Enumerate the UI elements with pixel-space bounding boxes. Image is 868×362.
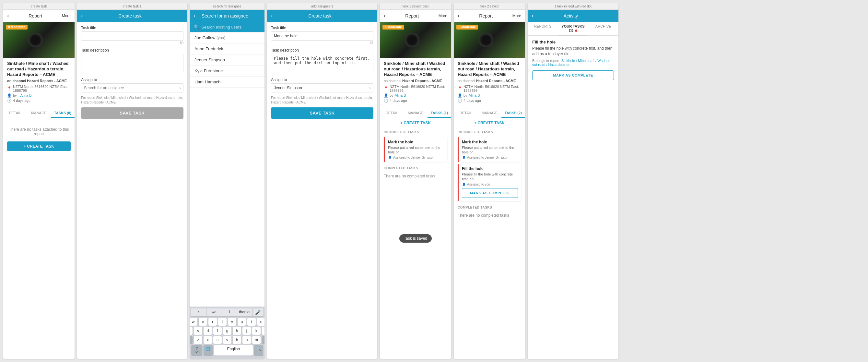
key-shift[interactable]: ⇧ (190, 336, 192, 344)
task-title-input-2[interactable] (81, 31, 183, 40)
user-item-anne[interactable]: Anne Frederick (190, 44, 265, 55)
task-content-5: + CREATE TASK INCOMPLETE TASKS Mark the … (380, 118, 451, 359)
user-item-liam[interactable]: Liam Hamachi (190, 77, 265, 88)
report-image-1: 8 Moderate (3, 22, 74, 58)
search-field-3[interactable] (201, 25, 260, 29)
tab-detail-1[interactable]: DETAIL (3, 109, 27, 118)
suggest-thanks[interactable]: thanks (237, 308, 252, 316)
key-r[interactable]: r (209, 318, 217, 326)
more-btn-6[interactable]: More (513, 13, 521, 18)
activity-task-card-7: Fill the hole Please fill the hole with … (528, 36, 618, 84)
key-y[interactable]: y (228, 318, 236, 326)
activity-tab-archive[interactable]: ARCHIVE (588, 22, 618, 35)
create-task-link-6[interactable]: + CREATE TASK (454, 118, 525, 128)
key-space[interactable]: English (214, 345, 253, 356)
tab-tasks-6[interactable]: TASKS (2) (501, 109, 525, 118)
key-numbers[interactable]: ?123 (191, 345, 202, 356)
more-btn-1[interactable]: More (62, 13, 71, 18)
tab-tasks-1[interactable]: TASKS (0) (51, 109, 74, 118)
suggest-we[interactable]: we (207, 308, 222, 316)
save-task-btn-4[interactable]: SAVE TASK (271, 107, 373, 119)
author-link-5[interactable]: Alina B (395, 93, 406, 97)
mic-icon[interactable]: 🎤 (252, 308, 263, 316)
header-title-7: Activity (533, 13, 608, 19)
assign-label-4: Assign to (271, 78, 373, 82)
activity-tabs-7: REPORTS YOUR TASKS (1) ARCHIVE (528, 22, 618, 36)
key-k[interactable]: k (252, 327, 260, 335)
keyboard-3: › we I thanks 🎤 q w e r t y u i o p a s … (190, 307, 265, 359)
key-e[interactable]: e (199, 318, 207, 326)
key-search[interactable]: 🔍 (254, 345, 263, 356)
key-l[interactable]: l (262, 327, 265, 335)
tab-tasks-5[interactable]: TASKS (1) (428, 109, 451, 118)
location-icon-1: 📍 (7, 86, 12, 90)
create-task-btn-1[interactable]: + CREATE TASK (7, 141, 71, 151)
author-link-1[interactable]: Alina B (21, 93, 32, 97)
panel-label-2: create task 1 (77, 3, 187, 10)
suggest-i[interactable]: I (222, 308, 237, 316)
mark-complete-btn-7[interactable]: MARK AS COMPLETE (532, 71, 614, 80)
key-a[interactable]: a (190, 327, 192, 335)
key-i[interactable]: i (247, 318, 256, 326)
key-m[interactable]: m (252, 336, 260, 344)
assignee-arrow-2: › (179, 85, 181, 90)
key-t[interactable]: t (218, 318, 226, 326)
report-channel-5: on channel Hazard Reports - ACME (384, 79, 447, 83)
key-j[interactable]: j (243, 327, 251, 335)
key-f[interactable]: f (213, 327, 222, 335)
mark-complete-btn-6[interactable]: MARK AS COMPLETE (462, 188, 518, 198)
more-btn-5[interactable]: More (438, 13, 447, 18)
key-globe[interactable]: 🌐 (204, 345, 213, 356)
key-h[interactable]: h (233, 327, 241, 335)
tab-manage-6[interactable]: MANAGE (477, 109, 501, 118)
key-z[interactable]: z (194, 336, 202, 344)
form-area-2: Task title 80 Task description Assign to… (77, 22, 187, 359)
assignee-wrapper-2: › (81, 83, 183, 92)
tabs-6: DETAIL MANAGE TASKS (2) (454, 109, 525, 118)
panel-activity-feed: 1 task in feed with red dot ‹ Activity R… (528, 3, 618, 359)
activity-tab-your-tasks[interactable]: YOUR TASKS (1) (558, 22, 588, 35)
key-c[interactable]: c (213, 336, 222, 344)
key-v[interactable]: v (223, 336, 231, 344)
user-item-jenner[interactable]: Jenner Simpson (190, 55, 265, 65)
panel-header-5: ‹ Report More (380, 10, 451, 22)
tab-detail-6[interactable]: DETAIL (454, 109, 477, 118)
tab-manage-1[interactable]: MANAGE (27, 109, 51, 118)
task-desc-input-4[interactable]: Please fill the hole with concrete first… (271, 54, 373, 73)
form-footer-2: For report Sinkhole / Mine shaft / Washe… (81, 96, 183, 105)
key-o[interactable]: o (257, 318, 265, 326)
create-task-link-5[interactable]: + CREATE TASK (380, 118, 451, 128)
task-desc-6-1: Please fill the hole with concrete first… (462, 172, 518, 181)
assignee-input-4[interactable] (271, 83, 373, 92)
panel-label-6: task 2 saved (454, 3, 525, 10)
assignee-input-2[interactable] (81, 83, 183, 92)
char-count-4: 67 (271, 41, 373, 45)
suggest-chevron[interactable]: › (191, 308, 207, 316)
key-s[interactable]: s (194, 327, 202, 335)
header-title-5: Report (386, 13, 438, 19)
author-link-6[interactable]: Alina B (469, 93, 480, 97)
task-title-input-4[interactable] (271, 31, 373, 40)
key-x[interactable]: x (204, 336, 212, 344)
panel-header-2: ‹ Create task (77, 10, 187, 22)
key-w[interactable]: w (190, 318, 197, 326)
key-backspace[interactable]: ⌫ (262, 336, 265, 344)
tab-detail-5[interactable]: DETAIL (380, 109, 404, 118)
key-u[interactable]: u (238, 318, 246, 326)
save-task-btn-2[interactable]: SAVE TASK (81, 107, 183, 119)
key-d[interactable]: d (204, 327, 212, 335)
header-title-6: Report (460, 13, 513, 19)
panel-header-6: ‹ Report More (454, 10, 525, 22)
panel-label-1: create task (3, 3, 74, 10)
panel-header-3: ‹ Search for an assignee (190, 10, 265, 22)
report-meta-5: 📍 NZTM North: 5616620 NZTM East: 1898796… (384, 85, 447, 103)
tab-manage-5[interactable]: MANAGE (404, 109, 427, 118)
activity-task-desc-7: Please fill the hole with concrete first… (532, 46, 614, 57)
user-item-joe[interactable]: Joe Gallow (you) (190, 32, 265, 44)
activity-tab-reports[interactable]: REPORTS (528, 22, 558, 35)
key-n[interactable]: n (243, 336, 251, 344)
key-b[interactable]: b (233, 336, 241, 344)
task-desc-input-2[interactable] (81, 54, 183, 73)
key-g[interactable]: g (223, 327, 231, 335)
user-item-kyle[interactable]: Kyle Furnstone (190, 65, 265, 77)
